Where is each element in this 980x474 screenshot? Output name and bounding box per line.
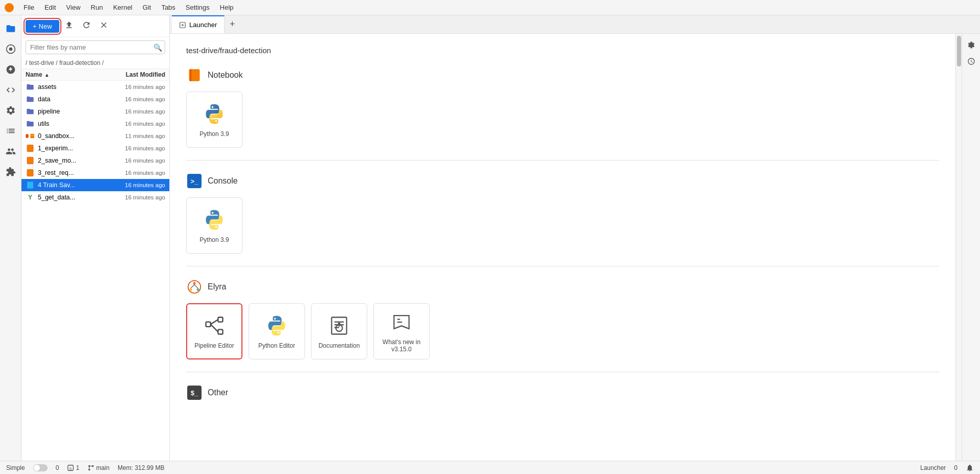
toggle-thumb xyxy=(34,465,40,471)
python-editor-icon xyxy=(264,313,289,338)
svg-point-41 xyxy=(92,465,94,467)
sidebar-files-icon[interactable] xyxy=(2,19,20,38)
list-item[interactable]: pipeline 16 minutes ago xyxy=(21,105,169,118)
file-name: data xyxy=(38,96,106,103)
status-mode: Simple xyxy=(6,464,25,471)
file-name: 3_rest_req... xyxy=(38,169,106,176)
python-console-icon xyxy=(202,208,227,232)
folder-icon xyxy=(26,82,35,92)
python39-console-card[interactable]: Python 3.9 xyxy=(186,197,242,254)
menu-settings[interactable]: Settings xyxy=(181,2,215,13)
sidebar-settings-icon[interactable] xyxy=(2,101,20,120)
right-sidebar-settings-icon[interactable] xyxy=(964,38,978,52)
menu-run[interactable]: Run xyxy=(85,2,108,13)
menu-kernel[interactable]: Kernel xyxy=(108,2,138,13)
console-section-icon: >_ xyxy=(186,173,203,189)
list-item[interactable]: utils 16 minutes ago xyxy=(21,118,169,130)
clear-button[interactable] xyxy=(96,18,112,34)
sidebar-puzzle-icon[interactable] xyxy=(2,163,20,181)
sidebar-users-icon[interactable] xyxy=(2,142,20,161)
list-item[interactable]: Y 5_get_data... 16 minutes ago xyxy=(21,191,169,204)
status-git[interactable]: main xyxy=(87,464,109,471)
pipeline-editor-label: Pipeline Editor xyxy=(194,342,234,349)
app-logo xyxy=(4,3,14,13)
svg-point-18 xyxy=(215,226,217,228)
right-sidebar xyxy=(962,34,980,461)
file-time: 16 minutes ago xyxy=(106,121,165,127)
svg-rect-9 xyxy=(27,169,33,176)
pipeline-editor-icon xyxy=(202,313,227,338)
svg-point-28 xyxy=(274,318,276,320)
menu-tabs[interactable]: Tabs xyxy=(156,2,180,13)
python-editor-card[interactable]: Python Editor xyxy=(249,303,305,359)
status-num2: 1 xyxy=(76,464,79,471)
notebook-icon xyxy=(26,156,35,165)
folder-icon xyxy=(26,119,35,128)
notebook-section-header: Notebook xyxy=(186,67,939,83)
col-name-header[interactable]: Name ▲ xyxy=(26,71,99,78)
status-toggle[interactable] xyxy=(33,464,48,471)
col-modified-header[interactable]: Last Modified xyxy=(99,71,165,78)
list-item[interactable]: assets 16 minutes ago xyxy=(21,81,169,93)
refresh-button[interactable] xyxy=(79,18,94,34)
upload-button[interactable] xyxy=(61,18,77,34)
console-cards: Python 3.9 xyxy=(186,197,939,254)
sidebar-git-icon[interactable] xyxy=(2,60,20,79)
documentation-label: Documentation xyxy=(319,342,360,349)
notebook-icon xyxy=(26,144,35,153)
status-branch: main xyxy=(96,464,109,471)
documentation-card[interactable]: Documentation xyxy=(311,303,367,359)
pipeline-editor-card[interactable]: Pipeline Editor xyxy=(186,303,242,359)
list-item[interactable]: 0_sandbox... 11 minutes ago xyxy=(21,130,169,142)
status-memory: Mem: 312.99 MB xyxy=(118,464,164,471)
right-sidebar-clock-icon[interactable] xyxy=(964,54,978,69)
menu-edit[interactable]: Edit xyxy=(39,2,61,13)
documentation-icon xyxy=(327,313,351,338)
list-item[interactable]: 2_save_mo... 16 minutes ago xyxy=(21,154,169,167)
file-time: 16 minutes ago xyxy=(106,170,165,176)
menu-view[interactable]: View xyxy=(61,2,85,13)
other-section-title: Other xyxy=(208,388,228,397)
svg-point-39 xyxy=(88,465,91,467)
launcher-content: test-drive/fraud-detection Notebook xyxy=(170,34,955,461)
svg-line-26 xyxy=(211,320,218,324)
file-name: 2_save_mo... xyxy=(38,157,106,164)
new-button[interactable]: + New xyxy=(26,20,59,33)
notebook-blue-icon xyxy=(26,180,35,190)
svg-rect-14 xyxy=(190,69,191,81)
list-item[interactable]: data 16 minutes ago xyxy=(21,93,169,105)
menubar: File Edit View Run Kernel Git Tabs Setti… xyxy=(0,0,980,15)
divider-1 xyxy=(186,160,939,161)
toggle-track[interactable] xyxy=(33,464,48,471)
file-time: 16 minutes ago xyxy=(106,157,165,164)
add-tab-button[interactable]: + xyxy=(225,17,240,32)
whats-new-label: What's new in v3.15.0 xyxy=(383,338,420,353)
tab-bar: Launcher + xyxy=(170,15,980,34)
list-item[interactable]: 3_rest_req... 16 minutes ago xyxy=(21,167,169,179)
launcher-tab[interactable]: Launcher xyxy=(172,15,225,33)
search-input[interactable] xyxy=(26,40,165,54)
notebook-section-title: Notebook xyxy=(208,71,243,80)
scroll-thumb[interactable] xyxy=(957,36,961,66)
whats-new-card[interactable]: What's new in v3.15.0 xyxy=(373,303,430,359)
statusbar-right: Launcher 0 xyxy=(920,464,974,472)
console-section-title: Console xyxy=(208,176,238,186)
sidebar-table-icon[interactable] xyxy=(2,122,20,140)
elyra-section-header: Elyra xyxy=(186,279,939,295)
sidebar-code-icon[interactable] xyxy=(2,81,20,99)
menu-git[interactable]: Git xyxy=(138,2,157,13)
list-item-selected[interactable]: 4 Train Sav... 16 minutes ago xyxy=(21,179,169,191)
svg-point-20 xyxy=(193,282,195,284)
main-scrollbar[interactable] xyxy=(955,34,962,461)
folder-icon xyxy=(26,107,35,116)
sidebar-circle-icon[interactable] xyxy=(2,40,20,58)
plus-icon: + xyxy=(33,22,37,30)
launcher-tab-label: Launcher xyxy=(189,21,217,29)
menu-file[interactable]: File xyxy=(18,2,39,13)
svg-rect-25 xyxy=(218,329,222,334)
python39-notebook-card[interactable]: Python 3.9 xyxy=(186,92,242,148)
file-browser-panel: + New 🔍 / test-drive / fraud-detection / xyxy=(21,15,170,461)
list-item[interactable]: 1_experim... 16 minutes ago xyxy=(21,142,169,154)
statusbar-launcher-label: Launcher xyxy=(920,464,946,471)
menu-help[interactable]: Help xyxy=(215,2,239,13)
